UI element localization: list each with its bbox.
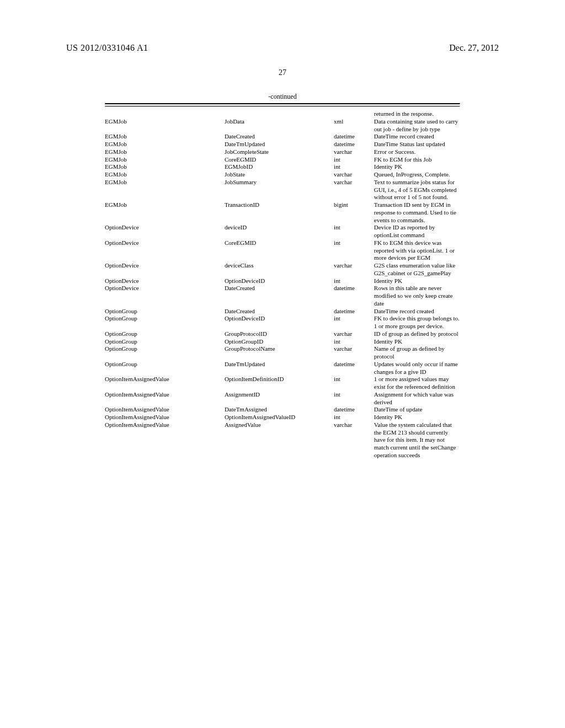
publication-date: Dec. 27, 2012 bbox=[449, 43, 499, 53]
heavy-rule bbox=[105, 103, 460, 105]
cell-field: AssignmentID bbox=[225, 391, 334, 406]
cell-type: varchar bbox=[334, 421, 374, 459]
cell-type: varchar bbox=[334, 345, 374, 361]
cell-type: bigint bbox=[334, 201, 374, 224]
table-row: OptionDeviceDateCreateddatetimeRows in t… bbox=[105, 285, 460, 307]
table-row: OptionDevicedeviceIDintDevice ID as repo… bbox=[105, 224, 460, 239]
table-row: OptionGroupGroupProtocolNamevarcharName … bbox=[105, 345, 460, 361]
table-row: OptionDeviceCoreEGMIDintFK to EGM this d… bbox=[105, 239, 460, 262]
cell-field: OptionItemDefinitionID bbox=[225, 376, 334, 391]
table-row: OptionItemAssignedValueAssignedValuevarc… bbox=[105, 421, 460, 459]
cell-table: OptionGroup bbox=[105, 345, 225, 361]
page-header: US 2012/0331046 A1 Dec. 27, 2012 bbox=[66, 43, 499, 53]
table-row: EGMJobDateCreateddatetimeDateTime record… bbox=[105, 133, 460, 141]
cell-field: JobCompleteState bbox=[225, 148, 334, 156]
cell-field: DateTmUpdated bbox=[225, 361, 334, 376]
table-row: returned in the response. bbox=[105, 110, 460, 118]
cell-type: datetime bbox=[334, 361, 374, 376]
cell-type: varchar bbox=[334, 171, 374, 179]
cell-description: Identity PK bbox=[374, 277, 460, 285]
cell-table: EGMJob bbox=[105, 156, 225, 164]
cell-table: OptionItemAssignedValue bbox=[105, 376, 225, 391]
cell-table: OptionGroup bbox=[105, 330, 225, 338]
table-row: EGMJobJobSummaryvarcharText to summarize… bbox=[105, 179, 460, 201]
cell-type: int bbox=[334, 376, 374, 391]
cell-type: int bbox=[334, 163, 374, 171]
cell-type: int bbox=[334, 338, 374, 346]
cell-field: GroupProtocolName bbox=[225, 345, 334, 361]
cell-field: CoreEGMID bbox=[225, 239, 334, 262]
cell-type: int bbox=[334, 224, 374, 239]
light-rule bbox=[105, 106, 460, 107]
cell-table: OptionGroup bbox=[105, 315, 225, 330]
cell-field: deviceID bbox=[225, 224, 334, 239]
schema-table: -continued returned in the response.EGMJ… bbox=[105, 93, 460, 459]
table-row: OptionGroupDateTmUpdateddatetimeUpdates … bbox=[105, 361, 460, 376]
cell-field: OptionItemAssignedValueID bbox=[225, 414, 334, 421]
cell-field: TransactionID bbox=[225, 201, 334, 224]
cell-table: OptionItemAssignedValue bbox=[105, 406, 225, 414]
cell-description: Identity PK bbox=[374, 414, 460, 421]
table-row: EGMJobTransactionIDbigintTransaction ID … bbox=[105, 201, 460, 224]
data-table: returned in the response.EGMJobJobDataxm… bbox=[105, 110, 460, 459]
cell-field: DateTmAssigned bbox=[225, 406, 334, 414]
cell-table: OptionItemAssignedValue bbox=[105, 421, 225, 459]
cell-description: DateTime Status last updated bbox=[374, 141, 460, 148]
cell-table: EGMJob bbox=[105, 171, 225, 179]
cell-description: Text to summarize jobs status for GUI, i… bbox=[374, 179, 460, 201]
publication-number: US 2012/0331046 A1 bbox=[66, 43, 148, 53]
cell-field: OptionGroupID bbox=[225, 338, 334, 346]
cell-type: int bbox=[334, 414, 374, 421]
cell-field: JobState bbox=[225, 171, 334, 179]
cell-description: Value the system calculated that the EGM… bbox=[374, 421, 460, 459]
cell-type: datetime bbox=[334, 133, 374, 141]
cell-type: int bbox=[334, 277, 374, 285]
cell-type: datetime bbox=[334, 308, 374, 315]
cell-description: DateTime of update bbox=[374, 406, 460, 414]
table-row: OptionDeviceOptionDeviceIDintIdentity PK bbox=[105, 277, 460, 285]
cell-table: OptionGroup bbox=[105, 308, 225, 315]
cell-field: AssignedValue bbox=[225, 421, 334, 459]
cell-type: int bbox=[334, 156, 374, 164]
table-row: OptionGroupDateCreateddatetimeDateTime r… bbox=[105, 308, 460, 315]
cell-field: JobSummary bbox=[225, 179, 334, 201]
cell-description: ID of group as defined by protocol bbox=[374, 330, 460, 338]
table-row: EGMJobDateTmUpdateddatetimeDateTime Stat… bbox=[105, 141, 460, 148]
cell-table: OptionGroup bbox=[105, 338, 225, 346]
cell-type: xml bbox=[334, 118, 374, 133]
cell-field: deviceClass bbox=[225, 262, 334, 277]
cell-table: OptionDevice bbox=[105, 285, 225, 307]
cell-description: returned in the response. bbox=[374, 110, 460, 118]
cell-type: int bbox=[334, 239, 374, 262]
cell-description: Queued, InProgress, Complete. bbox=[374, 171, 460, 179]
cell-description: Data containing state used to carry out … bbox=[374, 118, 460, 133]
table-row: EGMJobJobStatevarcharQueued, InProgress,… bbox=[105, 171, 460, 179]
cell-description: FK to device this group belongs to. 1 or… bbox=[374, 315, 460, 330]
table-row: OptionItemAssignedValueOptionItemDefinit… bbox=[105, 376, 460, 391]
cell-field: DateTmUpdated bbox=[225, 141, 334, 148]
cell-description: DateTime record created bbox=[374, 308, 460, 315]
cell-description: Transaction ID sent by EGM in response t… bbox=[374, 201, 460, 224]
cell-description: FK to EGM for this Job bbox=[374, 156, 460, 164]
cell-table: EGMJob bbox=[105, 118, 225, 133]
cell-table: EGMJob bbox=[105, 133, 225, 141]
cell-description: Assignment for which value was derived bbox=[374, 391, 460, 406]
table-row: EGMJobJobDataxmlData containing state us… bbox=[105, 118, 460, 133]
cell-field: JobData bbox=[225, 118, 334, 133]
cell-description: Identity PK bbox=[374, 338, 460, 346]
cell-field: DateCreated bbox=[225, 133, 334, 141]
cell-table: OptionDevice bbox=[105, 224, 225, 239]
cell-type: varchar bbox=[334, 148, 374, 156]
table-row: OptionItemAssignedValueOptionItemAssigne… bbox=[105, 414, 460, 421]
cell-type: int bbox=[334, 315, 374, 330]
cell-description: 1 or more assigned values may exist for … bbox=[374, 376, 460, 391]
cell-table: OptionDevice bbox=[105, 239, 225, 262]
cell-field: OptionDeviceID bbox=[225, 315, 334, 330]
cell-field: DateCreated bbox=[225, 285, 334, 307]
cell-description: Identity PK bbox=[374, 163, 460, 171]
cell-type: varchar bbox=[334, 262, 374, 277]
cell-table: EGMJob bbox=[105, 201, 225, 224]
cell-type: datetime bbox=[334, 141, 374, 148]
cell-table: OptionItemAssignedValue bbox=[105, 414, 225, 421]
cell-table: OptionGroup bbox=[105, 361, 225, 376]
